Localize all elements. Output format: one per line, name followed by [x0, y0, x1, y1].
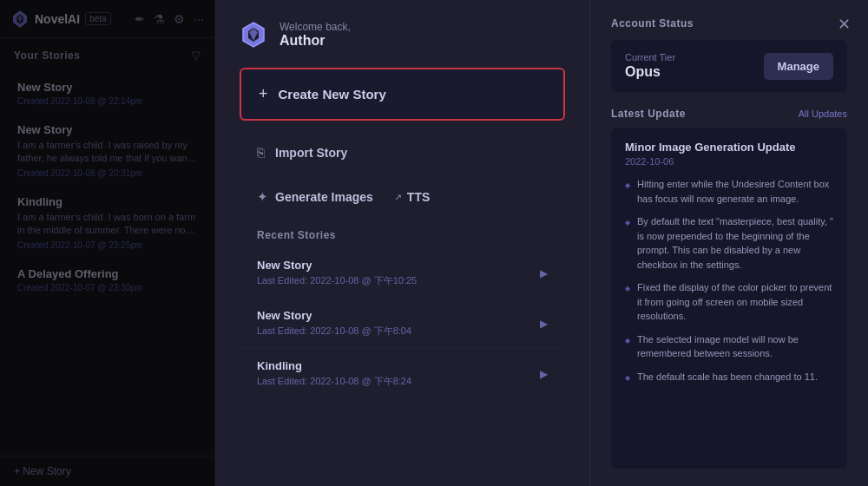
create-new-story-label: Create New Story — [279, 87, 386, 102]
recent-story-arrow-icon: ▶ — [540, 368, 548, 380]
update-date: 2022-10-06 — [625, 156, 833, 167]
import-story-button[interactable]: ⎘ Import Story — [240, 133, 565, 172]
recent-story-info: Kindling Last Edited: 2022-10-08 @ 下午8:2… — [257, 359, 411, 388]
welcome-text: Welcome back, Author — [279, 21, 351, 49]
manage-button[interactable]: Manage — [764, 53, 833, 80]
recent-story-info: New Story Last Edited: 2022-10-08 @ 下午10… — [257, 259, 417, 287]
recent-story-date: Last Edited: 2022-10-08 @ 下午8:04 — [257, 325, 411, 338]
recent-story-date: Last Edited: 2022-10-08 @ 下午10:25 — [257, 274, 417, 287]
latest-update-header: Latest Update All Updates — [611, 108, 847, 120]
recent-story-item[interactable]: New Story Last Edited: 2022-10-08 @ 下午10… — [240, 248, 565, 299]
recent-story-title: New Story — [257, 259, 417, 272]
update-item: ◆ By default the text "masterpiece, best… — [625, 214, 833, 272]
close-button[interactable]: ✕ — [832, 12, 856, 36]
image-gen-icon: ✦ — [257, 189, 268, 205]
tts-external-icon: ↗ — [394, 192, 402, 203]
update-box: Minor Image Generation Update 2022-10-06… — [611, 128, 847, 469]
action-row: ✦ Generate Images ↗ TTS — [240, 177, 565, 217]
bullet-icon: ◆ — [625, 373, 630, 384]
tts-button[interactable]: ↗ TTS — [394, 190, 430, 204]
modal-left-panel: Welcome back, Author + Create New Story … — [215, 0, 590, 486]
create-new-story-button[interactable]: + Create New Story — [240, 68, 565, 121]
modal-right-panel: Account Status Current Tier Opus Manage … — [590, 0, 868, 486]
update-item: ◆ The selected image model will now be r… — [625, 332, 833, 361]
tts-label: TTS — [407, 190, 430, 204]
bullet-icon: ◆ — [625, 181, 630, 206]
bullet-icon: ◆ — [625, 336, 630, 361]
import-story-label: Import Story — [275, 146, 347, 160]
all-updates-link[interactable]: All Updates — [799, 108, 847, 119]
current-tier-label: Current Tier — [625, 52, 675, 62]
recent-story-item[interactable]: Kindling Last Edited: 2022-10-08 @ 下午8:2… — [240, 349, 565, 399]
welcome-back-label: Welcome back, — [279, 21, 351, 33]
update-item: ◆ Fixed the display of the color picker … — [625, 280, 833, 324]
welcome-area: Welcome back, Author — [240, 21, 565, 49]
latest-update-label: Latest Update — [611, 108, 686, 120]
update-item: ◆ Hitting enter while the Undesired Cont… — [625, 177, 833, 206]
generate-images-button[interactable]: ✦ Generate Images — [257, 189, 373, 205]
account-status-label: Account Status — [611, 17, 847, 30]
recent-story-date: Last Edited: 2022-10-08 @ 下午8:24 — [257, 375, 411, 388]
tier-box: Current Tier Opus Manage — [611, 40, 847, 92]
author-name: Author — [279, 33, 351, 49]
generate-images-label: Generate Images — [275, 190, 373, 204]
update-title: Minor Image Generation Update — [625, 141, 833, 154]
recent-story-title: Kindling — [257, 359, 411, 372]
import-icon: ⎘ — [257, 145, 265, 160]
bullet-icon: ◆ — [625, 218, 630, 272]
tier-name: Opus — [625, 64, 675, 80]
recent-story-arrow-icon: ▶ — [540, 318, 548, 330]
update-item: ◆ The default scale has been changed to … — [625, 370, 833, 384]
update-items: ◆ Hitting enter while the Undesired Cont… — [625, 177, 833, 384]
modal: ✕ Welcome back, Author + Create New Stor… — [215, 0, 868, 486]
tier-info: Current Tier Opus — [625, 52, 675, 80]
recent-stories-header: Recent Stories — [240, 229, 565, 241]
create-plus-icon: + — [259, 85, 268, 103]
bullet-icon: ◆ — [625, 284, 630, 324]
recent-story-arrow-icon: ▶ — [540, 267, 548, 279]
recent-story-title: New Story — [257, 309, 411, 322]
recent-story-info: New Story Last Edited: 2022-10-08 @ 下午8:… — [257, 309, 411, 338]
recent-story-item[interactable]: New Story Last Edited: 2022-10-08 @ 下午8:… — [240, 299, 565, 349]
modal-logo-icon — [240, 21, 267, 49]
